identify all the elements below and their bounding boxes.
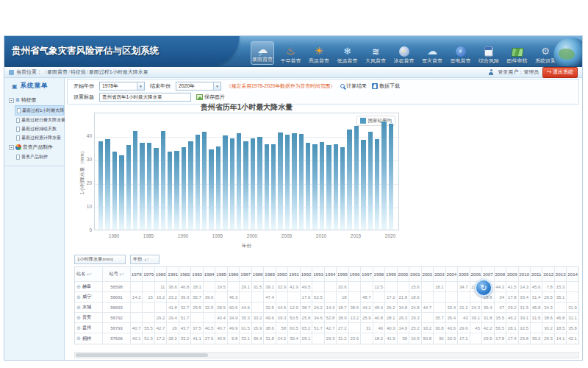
value-cell: 26.3 — [398, 313, 409, 322]
toolbar-item-3[interactable]: ☀高温普查 — [307, 44, 331, 65]
value-cell: 34.8 — [398, 302, 409, 312]
chart-bar-2014 — [347, 130, 351, 230]
sidebar-group-特征值[interactable]: +≣特征值 — [4, 95, 64, 105]
row-expand-icon[interactable]: ⊕ — [76, 336, 81, 342]
value-cell: 28.1 — [385, 313, 397, 322]
toolbar-item-6[interactable]: ⚡冰雹普查 — [392, 44, 416, 65]
year-column-header: 1996 — [349, 267, 361, 281]
value-cell: 35.5 — [495, 313, 506, 322]
sidebar-item-暴雨过程日最大降水量[interactable]: 暴雨过程日最大降水量 — [15, 116, 64, 124]
measure-filter-select[interactable]: 1小时降水量(mm) — [74, 255, 126, 264]
user-icon — [488, 69, 494, 75]
toolbar-item-10[interactable]: 图件审核 — [506, 44, 529, 65]
start-year-select[interactable]: 1978年 ▼ — [99, 82, 145, 91]
value-cell: 50.8 — [422, 333, 434, 344]
chart-bar-1978 — [98, 141, 103, 230]
year-column-header: 1979 — [143, 267, 154, 281]
toolbar-item-7[interactable]: ☁雪灾普查 — [420, 44, 444, 65]
value-cell: 35.1 — [555, 292, 567, 302]
tree-expand-icon[interactable]: + — [9, 145, 14, 150]
value-cell — [434, 292, 445, 302]
value-cell: 40.7 — [215, 323, 227, 333]
chart-bar-2005 — [285, 135, 290, 230]
sidebar-item-普查产品制作[interactable]: 普查产品制作 — [15, 152, 64, 161]
value-cell: 17.8 — [495, 333, 506, 344]
station-id-header[interactable]: 站号 ▲▽ — [103, 267, 131, 281]
data-download-button[interactable]: 数据下载 — [372, 82, 400, 90]
value-cell: 36.8 — [434, 323, 445, 333]
breadcrumb-item[interactable]: 特征值 — [71, 69, 86, 74]
value-cell: 52.5 — [312, 292, 324, 302]
year-sort-control[interactable]: 年份 ▲▽ — [130, 255, 159, 264]
sidebar-divider — [4, 166, 64, 166]
toolbar-item-8[interactable]: ⚡雷电普查 — [449, 44, 473, 65]
year-column-header: 1995 — [337, 267, 348, 281]
scrollbar-thumb[interactable] — [76, 353, 208, 357]
logout-button[interactable]: ↪ 退出系统 — [542, 67, 578, 78]
menu-grid-icon: ▣ — [12, 83, 18, 90]
value-cell: 29.2 — [155, 313, 167, 322]
sidebar-group-普查产品制作[interactable]: +普查产品制作 — [4, 142, 64, 152]
calc-result-button[interactable]: 计算结果 — [340, 82, 367, 90]
row-expand-icon[interactable]: ⊕ — [76, 315, 81, 321]
value-cell: 20.3 — [446, 333, 458, 344]
value-cell: 46.8 — [179, 282, 191, 291]
toolbar-item-1[interactable]: ☁∕∕∕暴雨普查 — [251, 41, 274, 65]
chart-bar-2011 — [326, 145, 331, 230]
value-cell: 25.8 — [301, 313, 312, 322]
chart-bar-2003 — [271, 144, 276, 230]
breadcrumb-item[interactable]: 暴雨普查 — [47, 69, 68, 74]
value-cell: 32.9 — [276, 282, 288, 291]
value-cell: 47 — [495, 302, 506, 312]
value-cell — [422, 292, 434, 302]
value-cell: 48.7 — [361, 292, 373, 302]
value-cell: 43.7 — [179, 323, 191, 333]
globe-icon — [553, 38, 582, 67]
value-cell: 49.5 — [301, 282, 312, 291]
chart-bar-1984 — [140, 143, 144, 230]
value-cell: 33.2 — [422, 323, 434, 333]
value-cell — [422, 282, 434, 291]
year-column-header: 2009 — [506, 267, 518, 281]
sidebar-item-暴雨过程持续天数[interactable]: 暴雨过程持续天数 — [15, 124, 64, 133]
sidebar-item-暴雨过程累计降水量[interactable]: 暴雨过程累计降水量 — [15, 133, 64, 142]
row-expand-icon[interactable]: ⊕ — [76, 305, 81, 311]
image-icon — [196, 94, 203, 100]
user-area: 登录用户：管理员 ↪ 退出系统 — [488, 67, 578, 78]
tree-expand-icon[interactable]: + — [9, 98, 14, 103]
chart-y-tick: 20 — [74, 180, 92, 185]
value-cell — [276, 292, 288, 302]
value-cell: 43 — [458, 313, 470, 322]
value-cell: 24.3 — [470, 302, 482, 312]
toolbar-item-9[interactable]: 综合风险 — [477, 44, 501, 65]
breadcrumb-label: 当前位置： — [16, 68, 42, 76]
screen: 贵州省气象灾害风险评估与区划系统 ☁∕∕∕暴雨普查♨干旱普查☀高温普查❄低温普查… — [0, 0, 588, 368]
row-expand-icon[interactable]: ⊕ — [76, 294, 81, 300]
row-expand-icon[interactable]: ⊕ — [76, 325, 81, 331]
value-cell: 42.7 — [325, 323, 337, 333]
year-column-header: 1992 — [301, 267, 312, 281]
value-cell: 29.6 — [458, 323, 470, 333]
value-cell — [446, 292, 458, 302]
map-icon — [512, 44, 523, 57]
toolbar-item-2[interactable]: ♨干旱普查 — [279, 44, 303, 65]
main-panel: 开始年份 1978年 ▼ 结束年份 2020年 ▼ （规定采用1978-2020… — [65, 78, 582, 360]
year-column-header: 2011 — [531, 267, 542, 281]
value-cell: 56.5 — [495, 323, 506, 333]
sidebar-item-暴雨过程1小时最大降水量[interactable]: 暴雨过程1小时最大降水量 — [15, 105, 64, 116]
page-icon — [17, 108, 21, 113]
row-expand-icon[interactable]: ⊕ — [76, 284, 81, 290]
value-cell: 35.7 — [191, 292, 203, 302]
toolbar-item-5[interactable]: ≋大风普查 — [364, 44, 387, 65]
value-cell — [349, 282, 361, 291]
end-year-select[interactable]: 2020年 ▼ — [176, 82, 221, 91]
station-id-cell: 56691 — [103, 292, 131, 302]
value-cell — [143, 302, 154, 312]
toolbar-item-4[interactable]: ❄低温普查 — [336, 44, 359, 65]
station-name-header[interactable]: 站名 ▲▽ — [75, 267, 103, 281]
year-column-header: 2005 — [458, 267, 470, 281]
floating-widget-icon[interactable]: ↻ — [475, 279, 492, 297]
breadcrumb-item[interactable]: 暴雨过程1小时最大降水量 — [89, 69, 148, 74]
value-cell: 39.1 — [264, 282, 276, 291]
chart-bar-1985 — [147, 143, 151, 230]
